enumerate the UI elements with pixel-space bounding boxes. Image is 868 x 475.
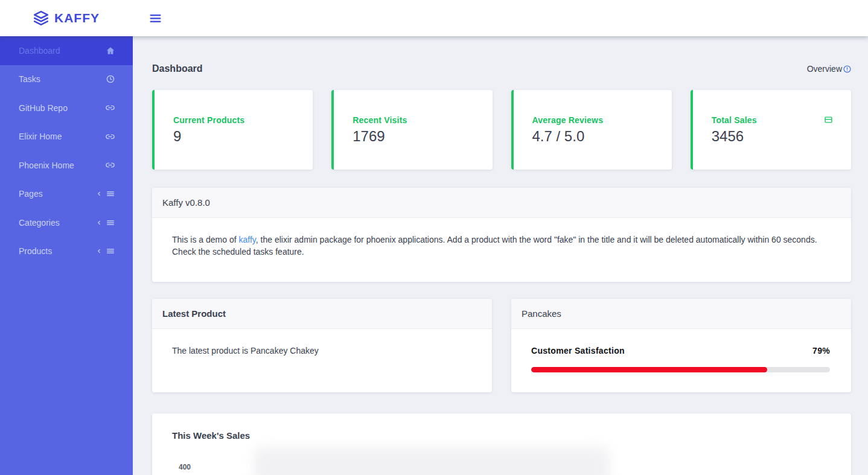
sidebar-item-github-repo[interactable]: GitHub Repo — [0, 94, 133, 123]
pancakes-card: Pancakes Customer Satisfaction 79% — [511, 299, 851, 392]
brand-text: KAFFY — [54, 11, 100, 25]
sidebar-item-products[interactable]: Products — [0, 237, 133, 266]
stat-title: Total Sales — [712, 115, 757, 125]
card-title: Pancakes — [511, 299, 851, 329]
overview-label: Overview — [807, 64, 842, 74]
link-icon — [106, 161, 115, 170]
top-navbar: KAFFY — [0, 0, 868, 36]
stat-card-current-products: Current Products 9 — [152, 90, 313, 170]
kaffy-version-card: Kaffy v0.8.0 This is a demo of kaffy, th… — [152, 188, 851, 282]
demo-text-after: , the elixir admin package for phoenix a… — [172, 235, 817, 257]
card-title: Kaffy v0.8.0 — [152, 188, 851, 218]
satisfaction-progress-bar — [531, 367, 830, 372]
sidebar-item-label: Phoenix Home — [19, 161, 106, 170]
sidebar-item-tasks[interactable]: Tasks — [0, 65, 133, 94]
weekly-sales-card: This Week's Sales 400 — [152, 413, 851, 475]
page-title: Dashboard — [152, 63, 203, 74]
sidebar-item-label: Tasks — [19, 74, 106, 84]
middle-cards-row: Latest Product The latest product is Pan… — [152, 299, 851, 392]
sidebar-item-dashboard[interactable]: Dashboard — [0, 36, 133, 65]
stat-title: Current Products — [173, 115, 244, 125]
sidebar-item-phoenix-home[interactable]: Phoenix Home — [0, 151, 133, 180]
home-icon — [106, 46, 115, 55]
sales-chart-area — [254, 447, 610, 475]
info-icon[interactable] — [843, 65, 851, 73]
customer-satisfaction-label: Customer Satisfaction — [531, 345, 625, 357]
overview-link[interactable]: Overview — [807, 64, 851, 74]
chart-axis-label: 400 — [179, 463, 191, 471]
sidebar-item-label: Dashboard — [19, 46, 106, 56]
list-icon — [106, 247, 115, 255]
link-icon — [106, 103, 115, 112]
list-icon — [106, 218, 115, 227]
card-title: This Week's Sales — [172, 430, 831, 441]
stat-card-recent-visits: Recent Visits 1769 — [331, 90, 492, 170]
stat-value: 9 — [173, 128, 294, 145]
satisfaction-progress-fill — [531, 367, 767, 372]
stat-value: 3456 — [712, 128, 832, 145]
card-title: Latest Product — [152, 299, 492, 329]
stat-value: 1769 — [353, 128, 473, 145]
chevron-left-icon — [96, 220, 102, 226]
sidebar-item-label: Categories — [19, 218, 96, 228]
demo-text-before: This is a demo of — [172, 235, 239, 244]
link-icon — [106, 132, 115, 141]
chevron-left-icon — [96, 191, 102, 197]
sidebar-toggle-button[interactable] — [149, 12, 162, 25]
stat-title: Average Reviews — [532, 115, 604, 125]
list-icon — [106, 190, 115, 198]
kaffy-demo-text: This is a demo of kaffy, the elixir admi… — [152, 218, 851, 282]
sidebar-item-categories[interactable]: Categories — [0, 208, 133, 237]
stat-value: 4.7 / 5.0 — [532, 128, 653, 145]
customer-satisfaction-value: 79% — [812, 345, 830, 357]
latest-product-text: The latest product is Pancakey Chakey — [152, 329, 492, 375]
stat-cards-row: Current Products 9 Recent Visits 1769 Av… — [152, 90, 851, 170]
page-header: Dashboard Overview — [152, 63, 851, 74]
kaffy-version-card-row: Kaffy v0.8.0 This is a demo of kaffy, th… — [152, 188, 851, 282]
layers-icon — [33, 10, 49, 26]
weekly-sales-row: This Week's Sales 400 — [152, 413, 851, 475]
main-content: Dashboard Overview Current Products 9 Re… — [133, 36, 868, 475]
latest-product-card: Latest Product The latest product is Pan… — [152, 299, 492, 392]
hamburger-menu-icon — [149, 12, 162, 25]
sidebar-item-pages[interactable]: Pages — [0, 180, 133, 209]
sidebar-item-label: Pages — [19, 189, 96, 199]
sidebar-item-label: Products — [19, 246, 96, 256]
sidebar-item-label: GitHub Repo — [19, 103, 106, 113]
sidebar-item-label: Elixir Home — [19, 132, 106, 141]
sidebar-item-elixir-home[interactable]: Elixir Home — [0, 123, 133, 151]
sidebar: Dashboard Tasks GitHub Repo Elixir Home … — [0, 36, 133, 475]
stat-card-average-reviews: Average Reviews 4.7 / 5.0 — [511, 90, 672, 170]
stat-card-total-sales: Total Sales 3456 — [691, 90, 851, 170]
clock-icon — [106, 75, 115, 83]
stat-title: Recent Visits — [353, 115, 407, 125]
kaffy-logo[interactable]: KAFFY — [33, 10, 100, 26]
chevron-left-icon — [96, 248, 102, 254]
kaffy-link[interactable]: kaffy — [239, 235, 256, 244]
credit-card-icon — [825, 116, 832, 124]
